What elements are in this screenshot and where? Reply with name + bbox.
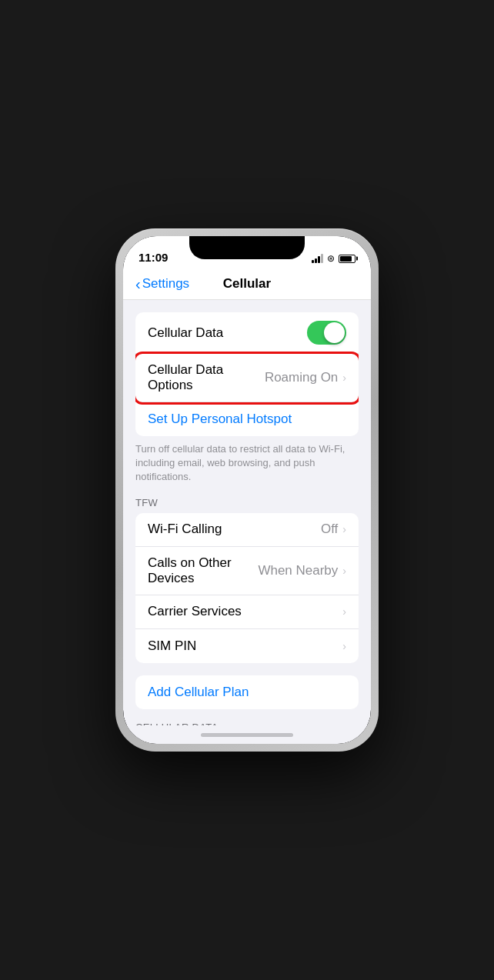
- wifi-calling-row[interactable]: Wi-Fi Calling Off ›: [135, 513, 359, 547]
- home-indicator: [123, 725, 371, 744]
- phone-inner: 11:09 ⊛ ‹ Se: [123, 236, 371, 744]
- nav-bar: ‹ Settings Cellular: [123, 270, 371, 300]
- home-bar: [201, 733, 293, 737]
- status-bar: 11:09 ⊛: [123, 236, 371, 270]
- cellular-data-options-value: Roaming On: [265, 370, 338, 385]
- add-cellular-plan-row[interactable]: Add Cellular Plan: [135, 675, 359, 709]
- cellular-plan-section: Add Cellular Plan: [123, 675, 371, 709]
- cellular-data-row[interactable]: Cellular Data: [135, 312, 359, 354]
- cellular-helper-text: Turn off cellular data to restrict all d…: [123, 436, 371, 485]
- cellular-plan-card: Add Cellular Plan: [135, 675, 359, 709]
- wifi-calling-label: Wi-Fi Calling: [148, 522, 321, 537]
- back-label: Settings: [142, 276, 189, 292]
- cellular-data-options-row[interactable]: Cellular Data Options Roaming On ›: [135, 354, 359, 402]
- cellular-data-options-wrapper: Cellular Data Options Roaming On ›: [135, 354, 359, 402]
- carrier-services-label: Carrier Services: [148, 604, 342, 619]
- scroll-content[interactable]: Cellular Data Cellular Data Options Roam…: [123, 300, 371, 725]
- status-icons: ⊛: [312, 253, 355, 264]
- toggle-knob: [324, 322, 345, 343]
- wifi-calling-value: Off: [321, 522, 338, 537]
- tfw-section: TFW Wi-Fi Calling Off › Calls on Other D…: [123, 497, 371, 663]
- setup-hotspot-row[interactable]: Set Up Personal Hotspot: [135, 402, 359, 436]
- sim-pin-label: SIM PIN: [148, 638, 342, 654]
- cellular-data-label: Cellular Data: [148, 325, 307, 341]
- back-chevron-icon: ‹: [135, 276, 141, 292]
- calls-other-devices-label: Calls on Other Devices: [148, 555, 258, 586]
- cellular-data-toggle[interactable]: [307, 321, 346, 345]
- cellular-main-card: Cellular Data Cellular Data Options Roam…: [135, 312, 359, 436]
- add-cellular-plan-label: Add Cellular Plan: [148, 685, 346, 700]
- wifi-calling-chevron-icon: ›: [342, 523, 346, 535]
- cellular-data-options-chevron-icon: ›: [342, 372, 346, 384]
- back-button[interactable]: ‹ Settings: [135, 276, 189, 292]
- sim-pin-chevron-icon: ›: [342, 640, 346, 652]
- carrier-services-row[interactable]: Carrier Services ›: [135, 595, 359, 629]
- tfw-section-label: TFW: [123, 497, 371, 513]
- screen: 11:09 ⊛ ‹ Se: [123, 236, 371, 744]
- sim-pin-row[interactable]: SIM PIN ›: [135, 629, 359, 663]
- cellular-data-options-label: Cellular Data Options: [148, 362, 265, 393]
- phone-frame: 11:09 ⊛ ‹ Se: [115, 228, 379, 752]
- setup-hotspot-label: Set Up Personal Hotspot: [148, 412, 346, 427]
- calls-other-devices-chevron-icon: ›: [342, 565, 346, 577]
- carrier-services-chevron-icon: ›: [342, 605, 346, 618]
- status-time: 11:09: [139, 251, 168, 264]
- signal-icon: [312, 254, 323, 263]
- battery-icon: [339, 255, 355, 263]
- cellular-main-section: Cellular Data Cellular Data Options Roam…: [123, 312, 371, 485]
- tfw-card: Wi-Fi Calling Off › Calls on Other Devic…: [135, 513, 359, 663]
- notch: [189, 236, 305, 259]
- page-title: Cellular: [223, 276, 271, 292]
- calls-other-devices-row[interactable]: Calls on Other Devices When Nearby ›: [135, 547, 359, 595]
- wifi-icon: ⊛: [327, 253, 335, 264]
- calls-other-devices-value: When Nearby: [258, 563, 338, 578]
